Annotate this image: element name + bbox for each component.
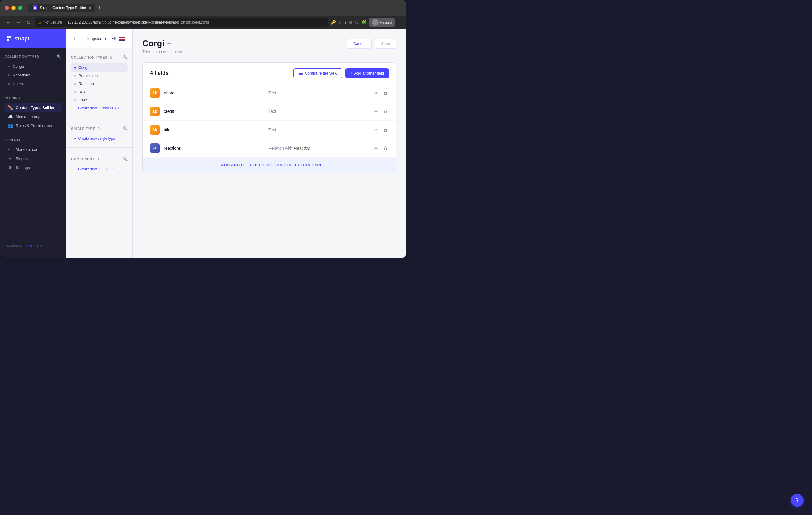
sidebar-item-label: Corgis (13, 64, 24, 69)
svg-rect-0 (7, 36, 9, 38)
delete-field-button[interactable]: 🗑 (382, 108, 389, 115)
sidebar-item-users[interactable]: Users (5, 79, 61, 88)
field-row-actions: ✏ 🗑 (373, 144, 389, 152)
new-tab-button[interactable]: + (98, 5, 101, 11)
field-row-credit: Ab credit Text ✏ 🗑 (143, 102, 396, 121)
content-subtitle: There is no description (142, 50, 182, 54)
sidebar-item-reactions[interactable]: Reactions (5, 71, 61, 79)
edit-field-button[interactable]: ✏ (373, 108, 379, 115)
create-component-link[interactable]: + Create new component (71, 165, 127, 173)
save-button[interactable]: Save (375, 38, 396, 49)
create-single-link[interactable]: + Create new single type (71, 135, 127, 142)
component-count: 0 (97, 157, 99, 161)
field-badge-label: ⇌ (153, 146, 156, 151)
add-field-button[interactable]: + Add another field (345, 68, 389, 78)
middle-item-corgi[interactable]: Corgi (71, 63, 127, 72)
layers-icon[interactable]: ⊞ (349, 20, 352, 25)
browser-titlebar: Strapi - Content Type Builder ✕ + (0, 0, 406, 16)
dot-icon (8, 83, 10, 85)
middle-item-label: Corgi (79, 65, 89, 70)
gear-icon: ⚙ (8, 165, 13, 170)
component-heading: Component (71, 157, 94, 161)
user-menu[interactable]: jlengstorf ▾ (87, 36, 107, 41)
dot-icon (74, 99, 76, 101)
sidebar-item-plugins[interactable]: ≡ Plugins (5, 154, 61, 163)
sidebar-item-media-library[interactable]: ☁️ Media Library (5, 112, 61, 121)
component-search-icon[interactable]: 🔍 (123, 157, 127, 161)
cancel-button[interactable]: Cancel (347, 38, 372, 49)
refresh-button[interactable]: ↻ (25, 19, 32, 27)
header-right: jlengstorf ▾ EN (87, 36, 125, 41)
edit-field-button[interactable]: ✏ (373, 89, 379, 97)
maximize-button[interactable] (18, 6, 22, 10)
collection-types-label: Collection Types 🔍 (5, 54, 61, 59)
content-title-row: Corgi ✏ There is no description Cancel S… (142, 38, 396, 54)
field-row-actions: ✏ 🗑 (373, 108, 389, 115)
paused-badge[interactable]: Paused (369, 18, 395, 27)
add-field-banner[interactable]: + ADD ANOTHER FIELD TO THIS COLLECTION T… (143, 158, 396, 172)
star-icon[interactable]: ☆ (339, 20, 342, 25)
sidebar-item-roles-permissions[interactable]: 👥 Roles & Permissions (5, 121, 61, 130)
close-button[interactable] (5, 6, 9, 10)
sidebar-section-plugins: Plugins ✏️ Content-Types Builder ☁️ Medi… (0, 90, 66, 133)
sidebar-section-general: General 🛍 Marketplace ≡ Plugins ⚙ Settin… (0, 133, 66, 174)
plugins-label: Plugins (5, 97, 61, 100)
edit-title-icon[interactable]: ✏ (167, 41, 171, 47)
fields-count: 4 fields (150, 70, 169, 76)
edit-field-button[interactable]: ✏ (373, 144, 379, 152)
more-options-icon[interactable]: ⋮ (397, 20, 401, 25)
single-type-label-wrapper: Single Type 0 (71, 126, 99, 131)
sidebar-item-label: Content-Types Builder (16, 105, 55, 110)
field-type-badge: Ab (150, 125, 160, 135)
sidebar-item-label: Marketplace (16, 147, 37, 152)
middle-item-user[interactable]: User (71, 96, 127, 104)
lang-selector[interactable]: EN (111, 36, 125, 41)
middle-collection-types: Collection Types 5 🔍 Corgi Permission Re… (66, 48, 133, 114)
delete-field-button[interactable]: 🗑 (382, 126, 389, 133)
app-header: ‹ jlengstorf ▾ EN (66, 29, 133, 48)
collection-search-icon[interactable]: 🔍 (123, 55, 127, 59)
forward-button[interactable]: → (15, 19, 22, 26)
middle-item-reaction[interactable]: Reaction (71, 80, 127, 88)
edit-field-button[interactable]: ✏ (373, 126, 379, 133)
delete-field-button[interactable]: 🗑 (382, 89, 389, 97)
tab-close-icon[interactable]: ✕ (89, 6, 91, 10)
sidebar-item-settings[interactable]: ⚙ Settings (5, 163, 61, 172)
sidebar-item-marketplace[interactable]: 🛍 Marketplace (5, 145, 61, 154)
clock-icon[interactable]: ⏱ (355, 20, 359, 25)
middle-section-label: Collection Types 5 (71, 54, 112, 60)
middle-item-permission[interactable]: Permission (71, 72, 127, 80)
puzzle-icon[interactable]: 🧩 (361, 20, 367, 25)
sidebar-item-corgis[interactable]: Corgis (5, 62, 61, 71)
app-container: strapi Collection Types 🔍 Corgis Reactio… (0, 29, 406, 258)
create-collection-link[interactable]: + Create new collection type (71, 104, 127, 112)
collection-search-icon[interactable]: 🔍 (56, 54, 61, 59)
middle-item-role[interactable]: Role (71, 88, 127, 96)
delete-field-button[interactable]: 🗑 (382, 144, 389, 152)
collapse-button[interactable]: ‹ (74, 35, 76, 42)
url-text: 167.172.202.57/admin/plugins/content-typ… (67, 20, 209, 24)
configure-view-button[interactable]: Configure the view (293, 68, 342, 78)
browser-tab[interactable]: Strapi - Content Type Builder ✕ (28, 4, 95, 12)
add-field-label: Add another field (354, 71, 384, 76)
security-warning: ⚠ (38, 21, 41, 24)
minimize-button[interactable] (11, 6, 16, 10)
url-box[interactable]: ⚠ Not Secure | 167.172.202.57/admin/plug… (35, 18, 328, 27)
field-type: Text (268, 90, 373, 96)
field-type-badge: Ab (150, 88, 160, 98)
single-search-icon[interactable]: 🔍 (123, 126, 127, 131)
general-label: General (5, 139, 61, 142)
svg-rect-1 (9, 36, 11, 38)
key-icon[interactable]: 🔑 (331, 20, 336, 25)
sidebar-item-content-types-builder[interactable]: ✏️ Content-Types Builder (5, 103, 61, 112)
back-button[interactable]: ← (5, 19, 12, 26)
sidebar-logo: strapi (0, 29, 66, 48)
info-icon[interactable]: ℹ (345, 20, 346, 25)
cloud-icon: ☁️ (8, 114, 13, 119)
collection-types-heading: Collection Types (71, 56, 107, 59)
browser-window: Strapi - Content Type Builder ✕ + ← → ↻ … (0, 0, 406, 258)
create-component-label: Create new component (78, 167, 116, 171)
plus-icon: + (350, 71, 353, 76)
strapi-version-link[interactable]: Strapi v3.0.2 (23, 244, 42, 248)
middle-single-header: Single Type 0 🔍 (71, 126, 127, 131)
